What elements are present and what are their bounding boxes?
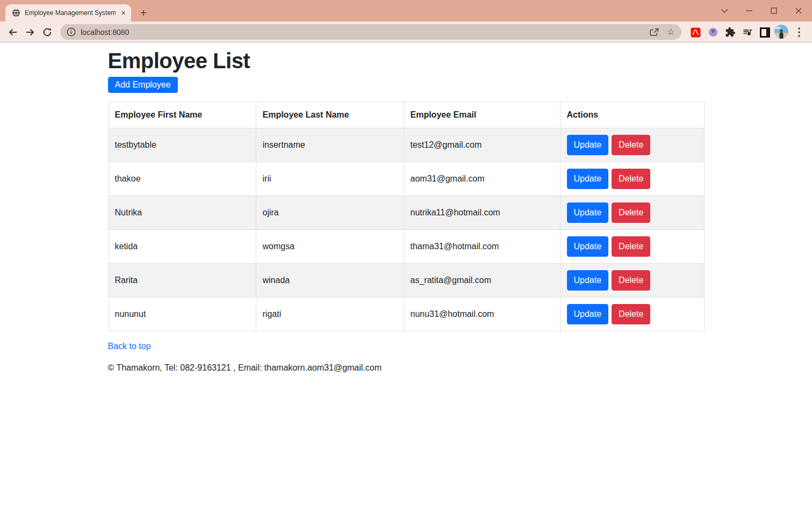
page-title: Employee List	[108, 49, 705, 73]
media-playlist-icon[interactable]	[741, 26, 754, 39]
forward-icon[interactable]	[21, 24, 38, 40]
browser-toolbar: localhost:8080 ☆	[0, 21, 812, 42]
cell-email: aom31@gmail.com	[404, 162, 560, 196]
delete-button[interactable]: Delete	[612, 202, 650, 223]
cell-actions: UpdateDelete	[560, 128, 704, 162]
cell-first-name: ketida	[108, 230, 256, 264]
window-controls	[712, 0, 811, 21]
cell-last-name: insertname	[256, 128, 404, 162]
purple-extension-icon[interactable]	[707, 26, 720, 39]
cell-actions: UpdateDelete	[560, 230, 704, 264]
cell-email: thama31@hotmail.com	[404, 230, 560, 264]
table-row: nununut rigati nunu31@hotmail.com Update…	[108, 298, 704, 331]
browser-tab[interactable]: Employee Management System ×	[5, 4, 131, 21]
url-bar[interactable]: localhost:8080 ☆	[60, 24, 681, 40]
delete-button[interactable]: Delete	[612, 169, 650, 189]
table-row: thakoe irii aom31@gmail.com UpdateDelete	[108, 162, 704, 196]
cell-first-name: testbytable	[108, 128, 256, 162]
extensions-puzzle-icon[interactable]	[724, 26, 737, 39]
reload-icon[interactable]	[39, 24, 55, 40]
delete-button[interactable]: Delete	[612, 236, 650, 257]
side-panel-icon[interactable]	[758, 26, 771, 39]
delete-button[interactable]: Delete	[612, 304, 650, 324]
back-icon[interactable]	[4, 24, 21, 40]
cell-last-name: ojira	[256, 196, 404, 230]
close-window-icon[interactable]	[786, 0, 811, 21]
table-row: Nutrika ojira nutrika11@hotmail.com Upda…	[108, 196, 704, 230]
header-email: Employee Email	[404, 102, 560, 128]
cell-last-name: winada	[256, 264, 404, 298]
cell-actions: UpdateDelete	[560, 196, 704, 230]
update-button[interactable]: Update	[567, 135, 609, 155]
tab-search-chevron-icon[interactable]	[712, 0, 737, 21]
tab-title: Employee Management System	[25, 9, 116, 17]
table-row: Rarita winada as_ratita@gmail.com Update…	[108, 264, 704, 298]
minimize-icon[interactable]	[737, 0, 761, 21]
update-button[interactable]: Update	[567, 236, 609, 257]
back-to-top-link[interactable]: Back to top	[108, 342, 151, 351]
cell-first-name: nununut	[108, 298, 256, 331]
cell-actions: UpdateDelete	[560, 298, 704, 331]
profile-avatar[interactable]	[774, 25, 788, 39]
acrobat-extension-icon[interactable]	[689, 26, 702, 39]
update-button[interactable]: Update	[567, 304, 609, 324]
update-button[interactable]: Update	[567, 169, 609, 189]
cell-first-name: Rarita	[108, 264, 256, 298]
delete-button[interactable]: Delete	[612, 270, 650, 291]
maximize-icon[interactable]	[761, 0, 786, 21]
header-last-name: Employee Last Name	[256, 102, 404, 128]
share-icon[interactable]	[649, 27, 659, 37]
cell-last-name: womgsa	[256, 230, 404, 264]
cell-last-name: rigati	[256, 298, 404, 331]
update-button[interactable]: Update	[567, 270, 609, 291]
table-row: ketida womgsa thama31@hotmail.com Update…	[108, 230, 704, 264]
cell-actions: UpdateDelete	[560, 264, 704, 298]
cell-last-name: irii	[256, 162, 404, 196]
footer-copyright: © Thamakorn, Tel: 082-9163121 , Email: t…	[108, 363, 705, 373]
add-employee-button[interactable]: Add Employee	[108, 77, 178, 93]
new-tab-button[interactable]: +	[136, 5, 151, 20]
cell-email: as_ratita@gmail.com	[404, 264, 560, 298]
cell-email: test12@gmail.com	[404, 128, 560, 162]
header-actions: Actions	[560, 102, 704, 128]
tab-close-icon[interactable]: ×	[119, 9, 128, 18]
site-info-icon[interactable]	[67, 27, 76, 37]
url-text: localhost:8080	[81, 28, 649, 37]
cell-actions: UpdateDelete	[560, 162, 704, 196]
cell-email: nutrika11@hotmail.com	[404, 196, 560, 230]
bookmark-star-icon[interactable]: ☆	[667, 27, 675, 37]
employee-table: Employee First Name Employee Last Name E…	[108, 102, 705, 331]
browser-titlebar: Employee Management System × +	[0, 0, 812, 21]
delete-button[interactable]: Delete	[612, 135, 650, 155]
kebab-menu-icon[interactable]	[793, 26, 806, 39]
cell-email: nunu31@hotmail.com	[404, 298, 560, 331]
page-content: Employee List Add Employee Employee Firs…	[0, 42, 812, 513]
header-first-name: Employee First Name	[108, 102, 256, 128]
table-row: testbytable insertname test12@gmail.com …	[108, 128, 704, 162]
cell-first-name: Nutrika	[108, 196, 256, 230]
cell-first-name: thakoe	[108, 162, 256, 196]
update-button[interactable]: Update	[567, 202, 609, 223]
globe-favicon-icon	[12, 9, 20, 17]
table-header-row: Employee First Name Employee Last Name E…	[108, 102, 704, 128]
